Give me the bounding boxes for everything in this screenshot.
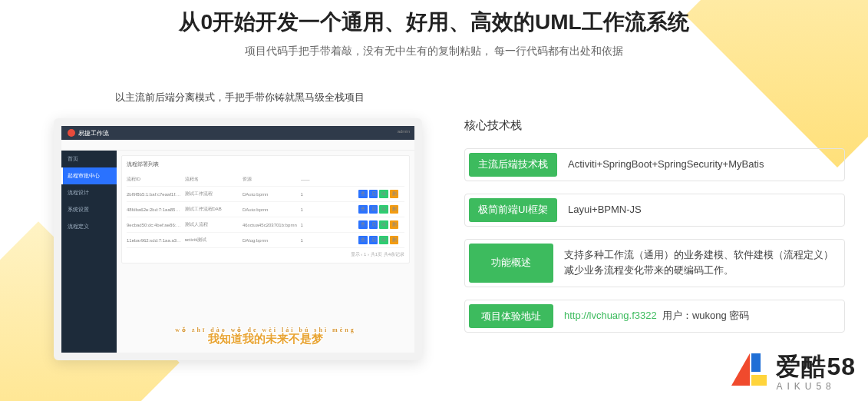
table-header: 流程ID流程名资源—— [127,173,404,187]
table-row: 2bf9f8b5:1:baf:c7eaaf1f:1c5a8b测试工作流程DAut… [127,187,404,202]
spec-features: 功能概述 支持多种工作流（通用）的业务建模、软件建模（流程定义）减少业务流程变化… [464,239,845,288]
sidebar-item[interactable]: 系统设置 [61,201,117,218]
user-label: admin [398,126,410,137]
watermark-en: AIKU58 [776,382,856,391]
sidebar-item[interactable]: 首页 [61,151,117,167]
table-footer: 显示 ‹ 1 › 共1页 共4条记录 [127,248,404,258]
sidebar-item[interactable]: 起程审批中心 [61,167,117,184]
sidebar-item[interactable]: 流程设计 [61,184,117,201]
spec-demo-url: 项目体验地址 http://lvchuang.f3322 用户：wukong 密… [464,300,845,333]
watermark-icon [731,353,770,392]
card-title: 流程部署列表 [127,161,404,168]
stack-heading: 核心技术栈 [464,118,845,133]
spec-frontend: 极简前端UI框架 Layui+BPMN-JS [464,194,845,227]
watermark-cn: 爱酷58 [776,354,856,379]
demo-monitor: 易捷工作流 admin 首页 起程审批中心 流程设计 系统设置 流程定义 [54,118,422,360]
spec-value: 支持多种工作流（通用）的业务建模、软件建模（流程定义）减少业务流程变化带来的硬编… [553,240,844,287]
spec-value: http://lvchuang.f3322 用户：wukong 密码 [553,300,844,332]
badge-backend: 主流后端技术栈 [469,153,557,177]
badge-frontend: 极简前端UI框架 [469,198,557,222]
spec-backend: 主流后端技术栈 Activiti+SpringBoot+SpringSecuri… [464,148,845,181]
app-logo-icon [68,129,75,137]
spec-value: Activiti+SpringBoot+SpringSecurity+MyBat… [557,149,844,181]
table-row: 11ebar962:sdd:7:1aa.a3DD:a8bactiviti测试DA… [127,233,404,248]
table-row: 48fdba62e:2bd:7:1aa85b-a8b测试工作流程DABDAuto… [127,202,404,217]
watermark: 爱酷58 AIKU58 [728,352,859,393]
sidebar-item[interactable]: 流程定义 [61,218,117,235]
badge-features: 功能概述 [469,244,553,283]
page-subtitle: 项目代码手把手带着敲，没有无中生有的复制粘贴， 每一行代码都有出处和依据 [0,45,868,58]
app-name: 易捷工作流 [78,129,109,138]
badge-demo-url: 项目体验地址 [469,304,553,328]
video-caption: wǒ zhī dào wǒ de wèi lái bú shì mèng 我知道… [117,326,414,346]
spec-value: Layui+BPMN-JS [557,194,844,226]
page-title: 从0开始开发一个通用、好用、高效的UML工作流系统 [0,8,868,37]
demo-link[interactable]: http://lvchuang.f3322 [564,308,657,324]
demo-credentials: 用户：wukong 密码 [662,308,749,324]
table-row: 9ecbad50:dc:4bef:ae86:a8b测试人流程46xctua45c… [127,217,404,233]
intro-text: 以主流前后端分离模式，手把手带你铸就黑马级全栈项目 [115,91,868,104]
